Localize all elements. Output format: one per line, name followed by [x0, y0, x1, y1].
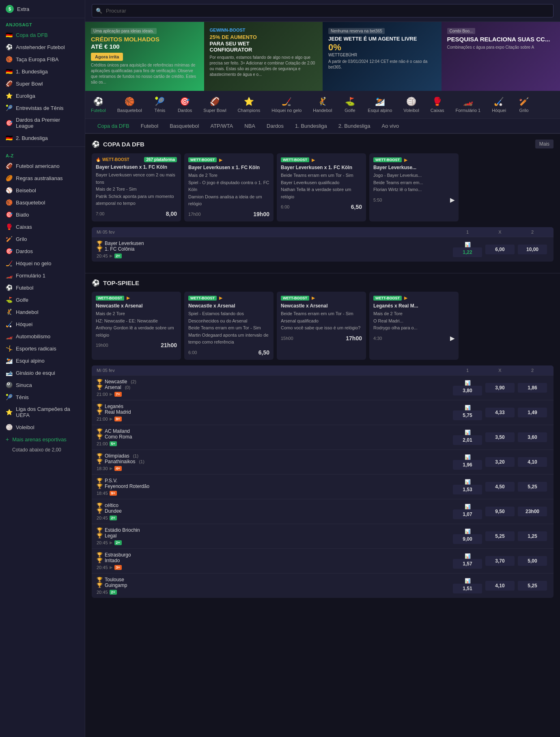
- sidebar-item-entrevistas[interactable]: 🎾 Entrevistas de Tênis: [0, 102, 85, 114]
- ei-odds-btn-2[interactable]: 5,00: [518, 556, 547, 566]
- copa-dfb-more-btn[interactable]: Mais: [535, 140, 554, 148]
- tg-odds-btn-2[interactable]: 5,25: [518, 581, 547, 591]
- na-odds-btn-2[interactable]: 1,86: [518, 383, 547, 393]
- nav-tab-copa-dfb[interactable]: Copa da DFB: [92, 119, 135, 134]
- sport-tab-caixas[interactable]: 🥊 Caixas: [425, 95, 450, 114]
- sidebar-item-euroliga[interactable]: ⭐ Euroliga: [0, 90, 85, 102]
- olimp-icon: 🏆: [97, 453, 103, 459]
- sidebar-item-beisebol[interactable]: ⚾ Beisebol: [0, 184, 85, 196]
- ts-line-3-0: Beide Teams erram em um Tor - Sim: [281, 310, 362, 318]
- tg-odds-btn-X[interactable]: 4,10: [485, 581, 515, 591]
- acm-odds-btn-X[interactable]: 3,50: [485, 432, 515, 442]
- sidebar-item-tenis[interactable]: 🎾 Tênis: [0, 391, 85, 403]
- sidebar-item-bundesliga2[interactable]: 🇩🇪 2. Bundesliga: [0, 132, 85, 144]
- tenis-emoji: 🎾: [155, 97, 165, 106]
- op-odds-btn-1[interactable]: 1,96: [453, 460, 482, 470]
- video-icon-ei[interactable]: ▶: [110, 565, 113, 569]
- sidebar-item-anstehender[interactable]: ⚽ Anstehender Futebol: [0, 41, 85, 53]
- sidebar-item-ginasio-esqui[interactable]: 🎿 Ginásio de esqui: [0, 367, 85, 379]
- video-icon-na[interactable]: ▶: [110, 392, 113, 396]
- search-input[interactable]: [92, 4, 554, 17]
- op-odds-btn-X[interactable]: 3,20: [485, 457, 515, 467]
- psv-odds-btn-1[interactable]: 1,53: [453, 485, 482, 494]
- sidebar-item-futebol-americano[interactable]: 🏈 Futebol americano: [0, 160, 85, 172]
- sport-tab-golfe[interactable]: ⛳ Golfe: [338, 95, 362, 114]
- lr-odds-btn-1[interactable]: 5,75: [453, 410, 482, 420]
- nav-tab-nba[interactable]: NBA: [239, 119, 261, 134]
- na-odds-btn-X[interactable]: 3,90: [485, 383, 515, 393]
- sidebar-item-sinuca[interactable]: 🎱 Sinuca: [0, 379, 85, 391]
- sport-tab-dardos[interactable]: 🎯 Dardos: [172, 95, 198, 114]
- cd-odds-btn-X[interactable]: 9,50: [485, 507, 515, 516]
- lr-badge: 9+: [114, 417, 122, 421]
- sidebar-item-liga-campeoes[interactable]: ⭐ Liga dos Campeões da UEFA: [0, 403, 85, 421]
- nav-tab-basquetebol[interactable]: Basquetebol: [164, 119, 205, 134]
- sidebar-item-regras[interactable]: 🏉 Regras australianas: [0, 172, 85, 184]
- sport-tab-basquetebol[interactable]: 🏀 Basquetebol: [112, 95, 148, 114]
- op-odds-btn-2[interactable]: 4,10: [518, 457, 547, 467]
- acm-odds-btn-2[interactable]: 3,60: [518, 432, 547, 442]
- nav-tab-ao-vivo[interactable]: Ao vivo: [376, 119, 405, 134]
- cd-odds-btn-2[interactable]: 23h00: [518, 507, 547, 516]
- sidebar-item-voleibol[interactable]: 🏐 Voleibol: [0, 421, 85, 433]
- sidebar-item-esqui-alpino[interactable]: ⛷️ Esqui alpino: [0, 355, 85, 367]
- bl-odds-btn-2[interactable]: 1,25: [518, 531, 547, 541]
- video-icon-lr[interactable]: ▶: [110, 417, 113, 421]
- sport-tab-tenis[interactable]: 🎾 Tênis: [148, 95, 172, 114]
- sidebar-item-formulario1[interactable]: 🏎️ Formulário 1: [0, 269, 85, 281]
- psv-odds-btn-X[interactable]: 4,50: [485, 482, 515, 492]
- acm-odds-btn-1[interactable]: 2,01: [453, 435, 482, 445]
- sport-tab-esqui[interactable]: ⛷️ Esqui alpino: [362, 95, 398, 114]
- sport-tab-super-bowl[interactable]: 🏈 Super Bowl: [198, 95, 232, 114]
- sidebar-item-hoquei-gelo[interactable]: 🏒 Hóquei no gelo: [0, 257, 85, 269]
- sidebar-item-biatlo[interactable]: 🎯 Biatlo: [0, 208, 85, 221]
- sidebar-more-arenas[interactable]: + Mais arenas esportivas: [0, 433, 85, 445]
- sport-tab-handebol[interactable]: 🤾 Handebol: [307, 95, 338, 114]
- sport-tab-hoquei[interactable]: 🏑 Hóquei: [486, 95, 512, 114]
- nav-tab-bundesliga2[interactable]: 2. Bundesliga: [333, 119, 376, 134]
- sport-tab-champions[interactable]: ⭐ Champions: [232, 95, 266, 114]
- sidebar-item-super-bowl[interactable]: 🏈 Super Bowl: [0, 77, 85, 90]
- bl-odds-btn-1[interactable]: 9,00: [453, 534, 482, 544]
- lr-odds-btn-2[interactable]: 1,49: [518, 408, 547, 417]
- sidebar-item-dardos-premier[interactable]: 🎯 Dardos da Premier League: [0, 114, 85, 132]
- sidebar-extra[interactable]: $ Extra: [0, 0, 85, 18]
- nav-tab-futebol[interactable]: Futebol: [135, 119, 164, 134]
- sport-tab-futebol[interactable]: ⚽ Futebol: [85, 95, 112, 114]
- sidebar-item-dardos[interactable]: 🎯 Dardos: [0, 245, 85, 257]
- odds-btn-1-2[interactable]: 10,00: [518, 245, 547, 254]
- video-icon-1[interactable]: ▶: [110, 254, 113, 258]
- nav-tab-atp-wta[interactable]: ATP/WTA: [205, 119, 239, 134]
- nav-tab-bundesliga1[interactable]: 1. Bundesliga: [289, 119, 333, 134]
- ei-odds-btn-X[interactable]: 3,70: [485, 556, 515, 566]
- sidebar-item-handebol[interactable]: 🤾 Handebol: [0, 306, 85, 318]
- video-icon-bl[interactable]: ▶: [110, 540, 113, 545]
- sidebar-item-golfe[interactable]: ⛳ Golfe: [0, 294, 85, 306]
- sidebar-item-taca-fiba[interactable]: 🏀 Taça Europa FIBA: [0, 53, 85, 65]
- lr-odds-btn-X[interactable]: 4,33: [485, 408, 515, 417]
- sport-tab-f1[interactable]: 🏎️ Formulário 1: [450, 95, 486, 114]
- sidebar-item-caixas[interactable]: 🥊 Caixas: [0, 221, 85, 233]
- bl-odds-btn-X[interactable]: 5,25: [485, 531, 515, 541]
- odds-btn-1-1[interactable]: 1,22: [453, 247, 482, 257]
- sport-tab-hoquei-gelo[interactable]: 🏒 Hóquei no gelo: [266, 95, 307, 114]
- tg-odds-btn-1[interactable]: 1,51: [453, 584, 482, 593]
- ei-odds-btn-1[interactable]: 1,57: [453, 559, 482, 569]
- banner1-btn[interactable]: Agora irrita: [91, 53, 123, 61]
- sport-tab-voleibol[interactable]: 🏐 Voleibol: [398, 95, 425, 114]
- na-odds-btn-1[interactable]: 3,80: [453, 386, 482, 395]
- sidebar-item-bundesliga1[interactable]: 🇩🇪 1. Bundesliga: [0, 65, 85, 77]
- cd-odds-btn-1[interactable]: 1,07: [453, 509, 482, 519]
- sidebar-item-basquetebol[interactable]: 🏀 Basquetebol: [0, 196, 85, 208]
- sport-tab-grilo[interactable]: 🏏 Grilo: [512, 95, 536, 114]
- video-icon-op[interactable]: ▶: [110, 466, 113, 471]
- odds-btn-1-X[interactable]: 6,00: [485, 245, 515, 254]
- psv-odds-btn-2[interactable]: 5,25: [518, 482, 547, 492]
- sidebar-item-grilo[interactable]: 🏏 Grilo: [0, 233, 85, 245]
- sidebar-item-esportes-radicais[interactable]: 🤸 Esportes radicais: [0, 342, 85, 355]
- nav-tab-dardos[interactable]: Dardos: [261, 119, 289, 134]
- sidebar-item-automobilismo[interactable]: 🏎️ Automobilismo: [0, 330, 85, 342]
- sidebar-item-futebol[interactable]: ⚽ Futebol: [0, 281, 85, 294]
- sidebar-item-copa-dfb[interactable]: 🇩🇪 Copa da DFB: [0, 29, 85, 41]
- sidebar-item-hoquei[interactable]: 🏑 Hóquei: [0, 318, 85, 330]
